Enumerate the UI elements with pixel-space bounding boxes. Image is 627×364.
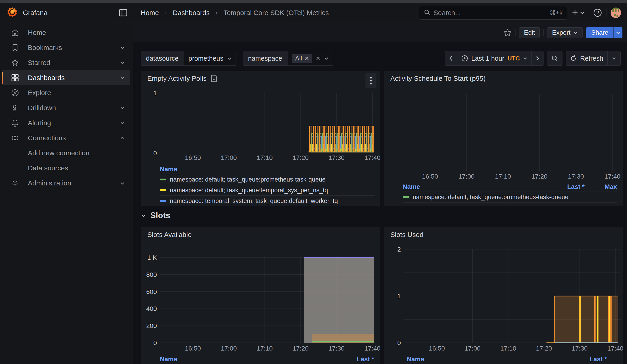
legend-column[interactable]: Last *: [590, 356, 607, 363]
grafana-logo-icon[interactable]: [7, 7, 18, 19]
share-button-group: Share: [586, 27, 623, 38]
svg-text:2: 2: [397, 246, 401, 253]
chevron-down-icon: [120, 61, 125, 64]
breadcrumb-separator: ›: [214, 9, 219, 16]
home-icon: [11, 29, 19, 37]
legend-series-row[interactable]: namespace: default; task_queue:temporal_…: [160, 185, 375, 196]
new-button[interactable]: [571, 9, 585, 16]
datasource-filter-value[interactable]: prometheus: [184, 51, 236, 65]
sidebar-toggle-icon[interactable]: [119, 9, 127, 16]
row-slots-toggle[interactable]: Slots: [141, 211, 170, 220]
time-range-picker[interactable]: Last 1 hour UTC: [457, 51, 532, 66]
breadcrumb-home[interactable]: Home: [141, 9, 159, 17]
app-title: Grafana: [23, 9, 48, 17]
legend-series-row[interactable]: namespace: default; task_queue:prometheu…: [160, 174, 375, 185]
sidebar-item-add-new-connection[interactable]: Add new connection: [2, 146, 130, 160]
star-dashboard-icon[interactable]: [503, 29, 512, 37]
svg-text:17:20: 17:20: [536, 345, 552, 352]
row-title: Slots: [150, 211, 170, 220]
sidebar-item-data-sources[interactable]: Data sources: [2, 160, 130, 176]
gear-icon: [11, 179, 19, 187]
sidebar-item-label: Drilldown: [28, 104, 56, 112]
timezone-label: UTC: [508, 55, 520, 62]
time-shift-back-button[interactable]: [445, 51, 457, 66]
chevron-down-icon: [612, 57, 616, 60]
namespace-filter-value[interactable]: All: [288, 51, 333, 65]
window-titlebar: [0, 0, 627, 3]
share-button[interactable]: Share: [586, 27, 613, 38]
svg-text:17:20: 17:20: [293, 345, 309, 352]
sidebar-item-administration[interactable]: Administration: [2, 176, 130, 191]
namespace-filter-label: namespace: [243, 51, 288, 65]
series-color-swatch: [160, 179, 166, 180]
search-placeholder: Search...: [433, 9, 547, 17]
svg-text:16:50: 16:50: [185, 345, 201, 352]
search-input[interactable]: Search... ⌘+k: [419, 6, 567, 20]
sidebar-item-label: Home: [28, 29, 46, 37]
series-label: namespace: default; task_queue:temporal_…: [170, 187, 328, 194]
svg-text:0: 0: [153, 150, 157, 157]
series-color-swatch: [160, 200, 166, 202]
sidebar-nav: HomeBookmarksStarredDashboardsExploreDri…: [0, 23, 133, 364]
panel-title: Empty Activity Polls: [147, 75, 207, 82]
legend-series-row[interactable]: namespace: default; task_queue:prometheu…: [403, 192, 618, 203]
header-brand-area: Grafana: [0, 3, 133, 23]
svg-text:400: 400: [146, 305, 157, 312]
chevron-down-icon: [120, 106, 125, 110]
export-button[interactable]: Export: [547, 27, 582, 38]
legend-column-name[interactable]: Name: [160, 356, 177, 363]
panel-activity-schedule-to-start: Activity Schedule To Start (p95) 16:5017…: [384, 71, 623, 206]
time-series-chart[interactable]: 16:5017:0017:1017:2017:3017:401 K8006004…: [141, 227, 380, 364]
svg-text:16:50: 16:50: [422, 173, 438, 180]
panel-slots-used: Slots Used 16:5017:0017:1017:2017:3017:4…: [384, 227, 623, 364]
refresh-interval-chevron[interactable]: [608, 51, 621, 66]
legend-column[interactable]: Max: [605, 183, 617, 190]
help-icon[interactable]: ?: [593, 8, 602, 17]
sidebar-item-explore[interactable]: Explore: [2, 85, 130, 100]
time-series-chart[interactable]: 16:5017:0017:1017:2017:3017:40210: [384, 227, 623, 364]
refresh-button[interactable]: Refresh: [566, 51, 608, 66]
legend-column[interactable]: Last *: [357, 356, 374, 363]
compass-icon: [11, 89, 19, 97]
legend-column-name[interactable]: Name: [403, 183, 420, 190]
legend-column[interactable]: Last *: [567, 183, 585, 190]
namespace-filter: namespace All: [243, 51, 333, 66]
chart-legend: NameLast *namespace: default; task_queue…: [160, 354, 374, 364]
svg-text:17:00: 17:00: [221, 345, 237, 352]
svg-text:17:40: 17:40: [364, 154, 380, 161]
user-avatar[interactable]: [611, 7, 621, 18]
panel-menu-icon[interactable]: [366, 73, 376, 88]
chevron-up-icon: [120, 136, 125, 140]
share-menu-chevron[interactable]: [613, 27, 623, 38]
sidebar-item-bookmarks[interactable]: Bookmarks: [2, 40, 130, 55]
sidebar-item-label: Explore: [28, 89, 51, 97]
sidebar-item-home[interactable]: Home: [2, 25, 130, 40]
sidebar-item-label: Alerting: [28, 119, 51, 127]
zoom-out-time-button[interactable]: [547, 51, 563, 66]
chart-legend: NameLast *Maxnamespace: default; task_qu…: [403, 182, 618, 203]
search-shortcut: ⌘+k: [550, 9, 563, 16]
svg-text:17:00: 17:00: [459, 173, 474, 180]
sidebar-item-drilldown[interactable]: Drilldown: [2, 100, 130, 115]
svg-text:1: 1: [153, 90, 157, 97]
sidebar-item-connections[interactable]: Connections: [2, 130, 130, 146]
datasource-filter-label: datasource: [141, 51, 184, 65]
breadcrumb-dashboards[interactable]: Dashboards: [173, 9, 210, 17]
legend-column-name[interactable]: Name: [407, 356, 424, 363]
search-icon: [424, 9, 430, 16]
remove-icon: [305, 56, 309, 60]
namespace-filter-chip[interactable]: All: [292, 53, 312, 63]
legend-series-row[interactable]: namespace: temporal_system; task_queue:d…: [160, 196, 375, 206]
sidebar-item-label: Administration: [28, 179, 71, 187]
edit-button[interactable]: Edit: [519, 27, 540, 38]
sidebar-item-dashboards[interactable]: Dashboards: [2, 70, 130, 85]
time-shift-forward-button[interactable]: [532, 51, 544, 66]
legend-column-name[interactable]: Name: [160, 166, 177, 173]
svg-text:17:30: 17:30: [572, 345, 587, 352]
chevron-down-icon: [523, 57, 527, 60]
svg-text:17:10: 17:10: [257, 345, 273, 352]
sidebar-item-starred[interactable]: Starred: [2, 55, 130, 70]
sidebar-item-alerting[interactable]: Alerting: [2, 115, 130, 130]
refresh-icon: [570, 55, 577, 62]
panel-description-icon[interactable]: [211, 75, 217, 82]
